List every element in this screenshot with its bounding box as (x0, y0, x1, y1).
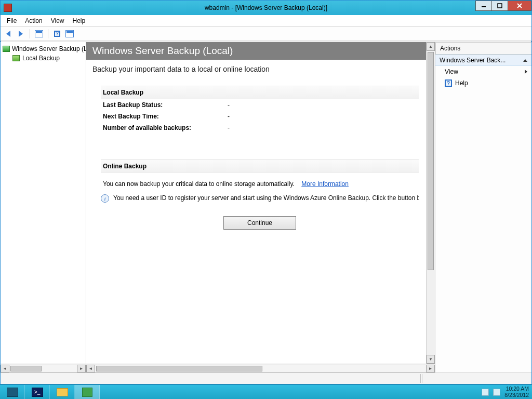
taskbar-powershell[interactable]: >_ (25, 385, 50, 400)
scroll-right-button[interactable]: ► (426, 365, 435, 373)
backup-count-row: Number of available backups: - (101, 122, 419, 134)
local-backup-icon (12, 54, 20, 62)
start-icon (7, 388, 18, 397)
scroll-down-button[interactable]: ▼ (427, 355, 435, 364)
detail-horizontal-scrollbar[interactable]: ◄ ► (86, 364, 435, 373)
tree-child-label: Local Backup (22, 55, 60, 62)
close-button[interactable] (508, 1, 531, 11)
scroll-track[interactable] (95, 365, 426, 373)
taskbar-explorer[interactable] (50, 385, 75, 400)
app-icon (4, 4, 12, 12)
scroll-right-button[interactable]: ► (77, 365, 86, 373)
last-backup-status-label: Last Backup Status: (103, 101, 228, 109)
svg-rect-1 (498, 4, 502, 8)
actions-group-header[interactable]: Windows Server Back... (435, 55, 531, 66)
actions-group-label: Windows Server Back... (440, 57, 506, 64)
system-tray: 10:20 AM 8/23/2012 (478, 386, 532, 397)
folder-icon (57, 388, 68, 396)
help-icon: ? (445, 79, 452, 87)
more-information-link[interactable]: More Information (301, 180, 349, 188)
start-button[interactable] (0, 385, 25, 400)
detail-pane: Windows Server Backup (Local) Backup you… (86, 42, 435, 373)
toolbar: ? (1, 26, 531, 41)
tray-network-icon[interactable] (493, 389, 500, 396)
chevron-right-icon (525, 70, 527, 74)
panel-icon (65, 30, 74, 37)
help-icon: ? (54, 31, 60, 37)
action-view-label: View (445, 68, 458, 75)
backup-root-icon (3, 45, 10, 53)
menu-action[interactable]: Action (21, 16, 46, 25)
info-icon: i (101, 194, 109, 203)
status-bar-grip[interactable] (420, 374, 422, 383)
taskbar: >_ 10:20 AM 8/23/2012 (0, 384, 532, 399)
minimize-button[interactable] (475, 1, 492, 11)
online-info-text: You need a user ID to register your serv… (113, 194, 419, 202)
back-button[interactable] (3, 28, 14, 39)
arrow-right-icon (19, 31, 23, 37)
window-title: wbadmin - [Windows Server Backup (Local)… (1, 4, 531, 11)
window-controls (476, 1, 531, 11)
continue-button[interactable]: Continue (223, 216, 296, 230)
menu-file[interactable]: File (3, 16, 21, 25)
tree-horizontal-scrollbar[interactable]: ◄ ► (1, 364, 86, 373)
menu-help[interactable]: Help (69, 16, 90, 25)
online-backup-section: Online Backup You can now backup your cr… (101, 159, 419, 230)
online-info-row: i You need a user ID to register your se… (101, 191, 419, 206)
tree-root-node[interactable]: Windows Server Backup (Local) (1, 44, 86, 54)
actions-header: Actions (435, 42, 531, 55)
action-help-label: Help (455, 79, 468, 87)
tree-root-label: Windows Server Backup (Local) (12, 45, 86, 52)
scroll-left-button[interactable]: ◄ (86, 365, 95, 373)
menu-view[interactable]: View (47, 16, 69, 25)
title-bar[interactable]: wbadmin - [Windows Server Backup (Local)… (1, 1, 531, 15)
next-backup-time-row: Next Backup Time: - (101, 111, 419, 122)
online-backup-blurb: You can now backup your critical data to… (103, 180, 295, 188)
collapse-icon (523, 59, 527, 62)
help-button[interactable]: ? (51, 28, 63, 39)
scroll-thumb[interactable] (10, 366, 42, 371)
local-backup-section: Local Backup Last Backup Status: - Next … (101, 86, 419, 134)
scroll-left-button[interactable]: ◄ (1, 365, 9, 373)
console-tree[interactable]: Windows Server Backup (Local) Local Back… (1, 42, 86, 364)
next-backup-time-label: Next Backup Time: (103, 113, 228, 120)
maximize-button[interactable] (491, 1, 508, 11)
tree-child-node[interactable]: Local Backup (1, 54, 86, 63)
last-backup-status-row: Last Backup Status: - (101, 99, 419, 111)
action-view[interactable]: View (435, 66, 531, 77)
menu-bar: File Action View Help (1, 15, 531, 26)
tray-time: 10:20 AM (504, 386, 529, 392)
taskbar-wbadmin[interactable] (75, 385, 100, 400)
scroll-track[interactable] (427, 51, 435, 355)
show-hide-action-button[interactable] (64, 28, 75, 39)
arrow-left-icon (6, 31, 10, 37)
forward-button[interactable] (15, 28, 26, 39)
detail-header: Windows Server Backup (Local) (86, 42, 426, 60)
panel-icon (35, 30, 43, 37)
tray-clock[interactable]: 10:20 AM 8/23/2012 (504, 386, 529, 397)
tray-date: 8/23/2012 (504, 392, 529, 398)
scroll-thumb[interactable] (96, 366, 262, 371)
last-backup-status-value: - (228, 101, 230, 109)
next-backup-time-value: - (228, 113, 230, 120)
work-area: Windows Server Backup (Local) Local Back… (1, 42, 531, 373)
backup-count-value: - (228, 124, 230, 131)
action-help[interactable]: ? Help (435, 77, 531, 89)
powershell-icon: >_ (32, 388, 43, 397)
online-backup-blurb-row: You can now backup your critical data to… (101, 173, 419, 191)
online-backup-title: Online Backup (101, 159, 419, 173)
backup-icon (82, 388, 92, 397)
detail-subtitle: Backup your important data to a local or… (86, 60, 426, 75)
scroll-up-button[interactable]: ▲ (427, 42, 435, 51)
scroll-thumb[interactable] (428, 52, 434, 270)
tray-flag-icon[interactable] (482, 389, 489, 396)
tree-pane: Windows Server Backup (Local) Local Back… (1, 42, 86, 373)
toolbar-separator (30, 29, 30, 38)
status-bar (1, 373, 531, 384)
backup-count-label: Number of available backups: (103, 124, 228, 131)
scroll-track[interactable] (9, 365, 77, 373)
actions-pane: Actions Windows Server Back... View ? He… (435, 42, 531, 373)
show-hide-tree-button[interactable] (33, 28, 45, 39)
detail-vertical-scrollbar[interactable]: ▲ ▼ (426, 42, 435, 364)
toolbar-separator (48, 29, 48, 38)
